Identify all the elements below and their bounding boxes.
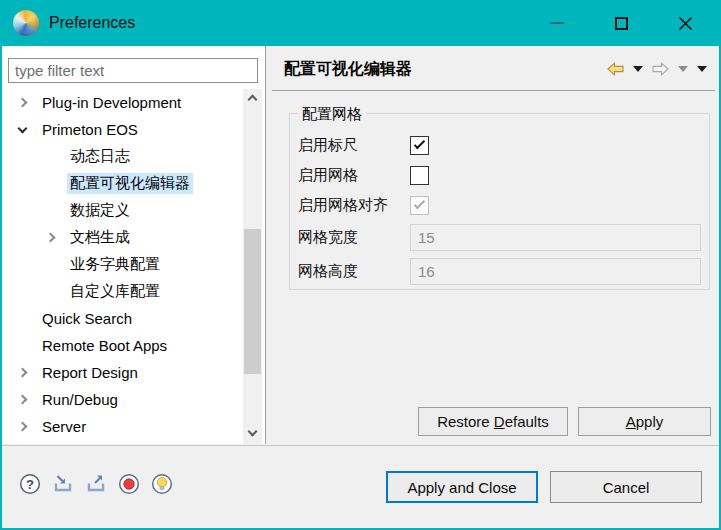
- title-bar: Preferences: [0, 0, 721, 46]
- tree-item-dynamic-log[interactable]: 动态日志: [2, 143, 265, 170]
- tree-item-spring[interactable]: Spring: [2, 440, 265, 444]
- export-icon[interactable]: [85, 473, 107, 495]
- scroll-down-button[interactable]: [243, 427, 262, 444]
- tree-item-data-definition[interactable]: 数据定义: [2, 197, 265, 224]
- enable-grid-checkbox[interactable]: [410, 166, 429, 185]
- restore-defaults-button[interactable]: Restore Defaults: [418, 407, 568, 436]
- tree-item-remote-boot-apps[interactable]: Remote Boot Apps: [2, 332, 265, 359]
- enable-ruler-label: 启用标尺: [298, 136, 410, 155]
- help-icon[interactable]: ?: [19, 473, 41, 495]
- page-title: 配置可视化编辑器: [284, 59, 412, 80]
- group-legend: 配置网格: [298, 105, 366, 124]
- chevron-up-icon: [248, 95, 258, 105]
- scroll-up-button[interactable]: [243, 89, 262, 106]
- back-icon[interactable]: [607, 62, 624, 76]
- check-icon: [414, 197, 425, 208]
- tree-scrollbar[interactable]: [243, 89, 262, 444]
- enable-snap-label: 启用网格对齐: [298, 196, 410, 215]
- grid-height-label: 网格高度: [298, 262, 410, 281]
- grid-width-label: 网格宽度: [298, 228, 410, 247]
- enable-ruler-checkbox[interactable]: [410, 136, 429, 155]
- tree-item-doc-generation[interactable]: 文档生成: [2, 224, 265, 251]
- preferences-dialog: Preferences Plug-in Development Primeton…: [0, 0, 721, 530]
- filter-input[interactable]: [8, 58, 258, 83]
- tree-item-report-design[interactable]: Report Design: [2, 359, 265, 386]
- tree-item-business-dict-config[interactable]: 业务字典配置: [2, 251, 265, 278]
- chevron-right-icon[interactable]: [14, 99, 31, 106]
- close-icon: [678, 16, 693, 31]
- import-icon[interactable]: [52, 473, 74, 495]
- preferences-tree: Plug-in Development Primeton EOS 动态日志 配置…: [2, 89, 265, 444]
- dialog-footer: ? Apply and Close Cancel: [2, 445, 719, 528]
- app-logo-icon: [13, 10, 39, 36]
- bulb-icon[interactable]: [151, 473, 173, 495]
- back-history-dropdown-icon[interactable]: [633, 66, 643, 72]
- page-navigation: [607, 62, 707, 76]
- enable-grid-label: 启用网格: [298, 166, 410, 185]
- tree-item-quick-search[interactable]: Quick Search: [2, 305, 265, 332]
- divider: [272, 90, 715, 91]
- tree-item-visual-editor-config[interactable]: 配置可视化编辑器: [2, 170, 265, 197]
- close-button[interactable]: [653, 0, 717, 46]
- cancel-button[interactable]: Cancel: [550, 471, 702, 503]
- chevron-down-icon[interactable]: [14, 128, 31, 132]
- view-menu-icon[interactable]: [697, 66, 707, 72]
- forward-icon: [652, 62, 669, 76]
- chevron-right-icon[interactable]: [14, 396, 31, 403]
- tree-item-run-debug[interactable]: Run/Debug: [2, 386, 265, 413]
- record-icon[interactable]: [118, 473, 140, 495]
- chevron-right-icon[interactable]: [14, 369, 31, 376]
- tree-item-server[interactable]: Server: [2, 413, 265, 440]
- tree-item-plug-in-development[interactable]: Plug-in Development: [2, 89, 265, 116]
- svg-text:?: ?: [26, 477, 34, 492]
- settings-panel: 配置可视化编辑器 配置网格 启用标尺 启用网格: [266, 46, 719, 444]
- maximize-icon: [615, 17, 628, 30]
- chevron-right-icon[interactable]: [14, 423, 31, 430]
- scrollbar-thumb[interactable]: [244, 229, 261, 374]
- check-icon: [414, 137, 425, 148]
- apply-and-close-button[interactable]: Apply and Close: [386, 471, 538, 503]
- minimize-button[interactable]: [525, 0, 589, 46]
- enable-snap-checkbox: [410, 196, 429, 215]
- chevron-down-icon: [248, 427, 258, 437]
- grid-height-field: [410, 258, 701, 285]
- grid-settings-group: 配置网格 启用标尺 启用网格 启用网格对齐 网格宽度: [289, 113, 710, 290]
- apply-button[interactable]: Apply: [578, 407, 711, 436]
- window-title: Preferences: [49, 14, 135, 32]
- grid-width-field: [410, 224, 701, 251]
- window-controls: [525, 0, 717, 46]
- minimize-icon: [550, 22, 564, 24]
- preferences-tree-panel: Plug-in Development Primeton EOS 动态日志 配置…: [2, 46, 265, 444]
- tree-item-primeton-eos[interactable]: Primeton EOS: [2, 116, 265, 143]
- tree-item-custom-lib-config[interactable]: 自定义库配置: [2, 278, 265, 305]
- chevron-right-icon[interactable]: [42, 234, 59, 241]
- maximize-button[interactable]: [589, 0, 653, 46]
- forward-history-dropdown-icon: [678, 66, 688, 72]
